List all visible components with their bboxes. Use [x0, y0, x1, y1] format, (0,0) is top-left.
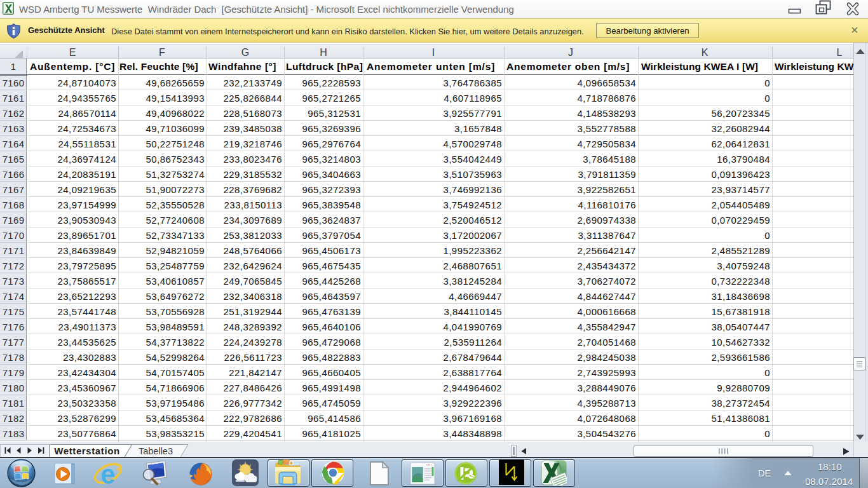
svg-text:e: e: [100, 459, 115, 488]
